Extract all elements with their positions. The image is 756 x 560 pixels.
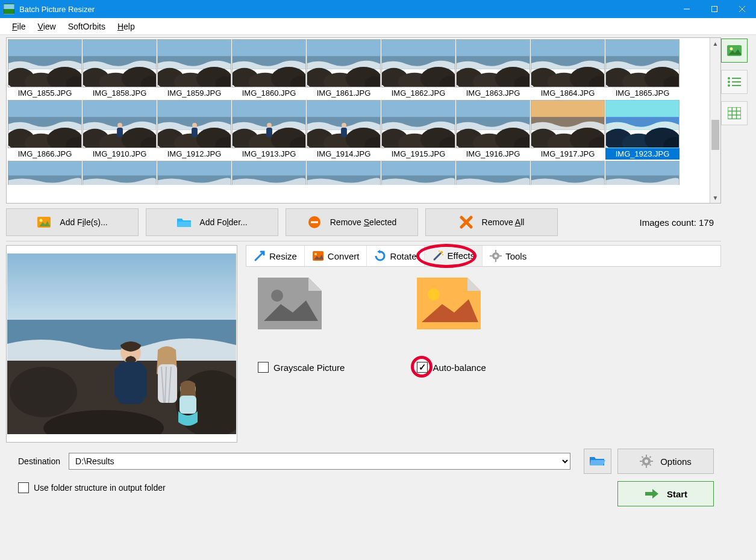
images-count: Images count: 179 xyxy=(640,217,714,228)
tab-convert[interactable]: Convert xyxy=(305,246,367,266)
svg-rect-68 xyxy=(732,81,741,82)
svg-rect-21 xyxy=(158,364,177,403)
svg-rect-34 xyxy=(495,250,496,252)
app-icon xyxy=(4,4,14,14)
svg-rect-1 xyxy=(712,7,717,12)
thumbnail[interactable]: IMG_1865.JPG xyxy=(605,39,679,99)
svg-rect-37 xyxy=(499,255,502,257)
destination-label: Destination xyxy=(18,456,60,466)
thumbnail[interactable]: IMG_1864.JPG xyxy=(531,39,605,99)
add-folder-button[interactable]: Add Folder... xyxy=(146,208,278,236)
menu-help[interactable]: Help xyxy=(111,20,141,33)
thumbnail[interactable]: IMG_1913.JPG xyxy=(232,100,306,160)
titlebar: Batch Picture Resizer xyxy=(0,0,756,18)
thumbnail[interactable]: IMG_1855.JPG xyxy=(8,39,82,99)
thumbnail[interactable]: IMG_1914.JPG xyxy=(307,100,381,160)
thumbnail-image xyxy=(157,100,231,148)
scroll-handle[interactable] xyxy=(711,120,719,150)
gear-icon xyxy=(640,455,653,468)
svg-rect-52 xyxy=(646,465,647,468)
thumbnail[interactable]: IMG_1866.JPG xyxy=(8,100,82,160)
svg-marker-60 xyxy=(652,489,658,499)
gallery-scrollbar[interactable]: ▲ ▼ xyxy=(710,38,720,203)
thumbnail[interactable]: IMG_1915.JPG xyxy=(381,100,455,160)
svg-rect-59 xyxy=(645,492,652,496)
browse-button[interactable] xyxy=(584,449,611,474)
options-button[interactable]: Options xyxy=(617,449,714,474)
menu-softorbits[interactable]: SoftOrbits xyxy=(62,20,111,33)
close-button[interactable] xyxy=(728,0,756,18)
menu-view[interactable]: View xyxy=(32,20,62,33)
svg-rect-58 xyxy=(642,464,644,466)
thumbnail-image xyxy=(605,39,679,87)
thumbnail[interactable]: IMG_1912.JPG xyxy=(157,100,231,160)
thumbnail-image xyxy=(8,161,82,185)
view-list-button[interactable] xyxy=(721,70,748,94)
autobalance-checkbox[interactable] xyxy=(417,362,428,373)
svg-point-50 xyxy=(645,459,648,463)
thumbnail[interactable] xyxy=(83,161,157,185)
start-arrow-icon xyxy=(644,488,660,500)
thumbnail-image xyxy=(83,39,157,87)
rotate-icon xyxy=(374,250,386,262)
thumbnail[interactable]: IMG_1923.JPG xyxy=(605,100,679,160)
view-mode-rail xyxy=(721,35,756,509)
thumbnail-label: IMG_1915.JPG xyxy=(381,148,455,160)
tab-tools[interactable]: Tools xyxy=(483,246,534,266)
thumbnail[interactable] xyxy=(456,161,530,185)
view-grid-button[interactable] xyxy=(721,101,748,125)
thumbnail[interactable]: IMG_1910.JPG xyxy=(83,100,157,160)
preview-panel xyxy=(6,245,237,443)
thumbnail-label: IMG_1859.JPG xyxy=(157,87,231,99)
remove-selected-button[interactable]: Remove Selected xyxy=(286,208,418,236)
thumbnail[interactable]: IMG_1862.JPG xyxy=(381,39,455,99)
thumbnail[interactable]: IMG_1860.JPG xyxy=(232,39,306,99)
thumbnail[interactable] xyxy=(157,161,231,185)
thumbnail-gallery: IMG_1855.JPGIMG_1858.JPGIMG_1859.JPGIMG_… xyxy=(6,37,721,204)
minimize-button[interactable] xyxy=(673,0,701,18)
tab-effects[interactable]: Effects xyxy=(425,246,483,266)
thumbnail[interactable] xyxy=(232,161,306,185)
svg-rect-23 xyxy=(180,396,196,414)
menubar: File View SoftOrbits Help xyxy=(0,18,756,35)
add-files-button[interactable]: Add File(s)... xyxy=(6,208,139,236)
thumbnail-label: IMG_1923.JPG xyxy=(605,148,679,160)
tab-rotate[interactable]: Rotate xyxy=(367,246,424,266)
maximize-button[interactable] xyxy=(701,0,728,18)
remove-all-button[interactable]: Remove All xyxy=(425,208,558,236)
start-button[interactable]: Start xyxy=(617,481,714,506)
scroll-up-icon[interactable]: ▲ xyxy=(710,38,720,49)
thumbnail[interactable]: IMG_1917.JPG xyxy=(531,100,605,160)
thumbnail-label: IMG_1858.JPG xyxy=(83,87,157,99)
thumbnail-label: IMG_1916.JPG xyxy=(456,148,530,160)
grayscale-checkbox[interactable] xyxy=(258,362,269,373)
svg-rect-54 xyxy=(651,461,653,462)
svg-rect-35 xyxy=(495,260,496,262)
thumbnail[interactable] xyxy=(605,161,679,185)
thumbnail[interactable] xyxy=(531,161,605,185)
view-thumbnails-button[interactable] xyxy=(721,39,748,63)
thumbnail[interactable]: IMG_1859.JPG xyxy=(157,39,231,99)
thumbnail[interactable]: IMG_1858.JPG xyxy=(83,39,157,99)
thumbnail[interactable] xyxy=(8,161,82,185)
window-title: Batch Picture Resizer xyxy=(19,5,673,14)
svg-rect-53 xyxy=(640,461,642,462)
tab-resize[interactable]: Resize xyxy=(246,246,305,266)
svg-point-65 xyxy=(728,81,730,83)
thumbnail-label: IMG_1860.JPG xyxy=(232,87,306,99)
wand-icon xyxy=(432,250,444,262)
thumbnail[interactable]: IMG_1916.JPG xyxy=(456,100,530,160)
thumbnail[interactable]: IMG_1861.JPG xyxy=(307,39,381,99)
thumbnail-image xyxy=(232,161,306,185)
thumbnail[interactable]: IMG_1863.JPG xyxy=(456,39,530,99)
thumbnail[interactable] xyxy=(381,161,455,185)
destination-input[interactable]: D:\Results xyxy=(69,453,570,470)
menu-file[interactable]: File xyxy=(6,20,32,33)
picture-icon xyxy=(37,216,51,229)
thumbnail-image xyxy=(605,161,679,185)
thumbnail[interactable] xyxy=(307,161,381,185)
svg-point-31 xyxy=(442,254,443,255)
scroll-down-icon[interactable]: ▼ xyxy=(710,192,720,203)
thumbnail-label: IMG_1865.JPG xyxy=(605,87,679,99)
folder-structure-checkbox[interactable] xyxy=(18,482,29,493)
